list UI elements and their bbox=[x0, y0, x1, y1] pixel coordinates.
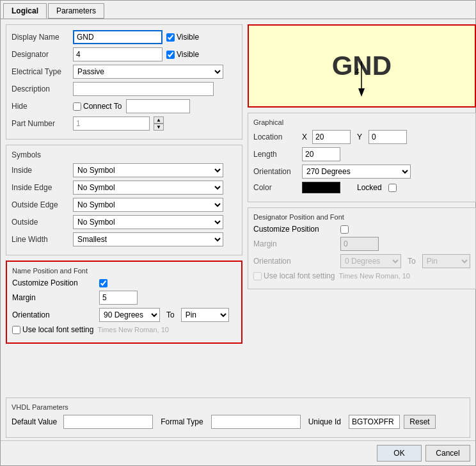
name-margin-row: Margin bbox=[12, 291, 236, 305]
des-to-select[interactable]: PinComponent bbox=[422, 254, 470, 268]
color-row: Color Locked bbox=[253, 182, 470, 193]
inside-select[interactable]: No SymbolDotClock bbox=[73, 163, 223, 177]
name-customize-checkbox[interactable] bbox=[99, 279, 107, 287]
tab-logical[interactable]: Logical bbox=[3, 3, 47, 19]
name-customize-label: Customize Position bbox=[12, 278, 95, 287]
outside-edge-select[interactable]: No SymbolDotClock bbox=[73, 198, 223, 212]
color-box[interactable] bbox=[302, 182, 340, 193]
line-width-select[interactable]: SmallestSmallMediumLarge bbox=[73, 232, 223, 246]
vhdl-container: VHDL Parameters Default Value Formal Typ… bbox=[1, 398, 475, 440]
des-customize-checkbox[interactable] bbox=[340, 225, 349, 234]
orientation-select[interactable]: 0 Degrees90 Degrees180 Degrees270 Degree… bbox=[302, 165, 411, 179]
color-label: Color bbox=[253, 183, 298, 192]
name-margin-input[interactable] bbox=[99, 291, 138, 305]
location-label: Location bbox=[253, 133, 298, 141]
symbols-title: Symbols bbox=[12, 150, 237, 159]
formal-type-input[interactable] bbox=[211, 415, 301, 429]
x-label: X bbox=[302, 133, 307, 141]
formal-type-label: Formal Type bbox=[161, 417, 203, 426]
tab-parameters[interactable]: Parameters bbox=[48, 3, 104, 19]
length-label: Length bbox=[253, 150, 298, 159]
preview-area: GND 4 bbox=[248, 24, 476, 108]
des-orientation-select[interactable]: 0 Degrees90 Degrees180 Degrees270 Degree… bbox=[340, 254, 401, 268]
ok-button[interactable]: OK bbox=[377, 445, 422, 462]
line-width-row: Line Width SmallestSmallMediumLarge bbox=[12, 232, 237, 246]
display-name-row: Display Name Visible bbox=[12, 30, 237, 44]
orientation-label: Orientation bbox=[253, 167, 298, 176]
outside-label: Outside bbox=[12, 218, 69, 227]
unique-id-input[interactable] bbox=[349, 415, 400, 429]
designator-row: Designator Visible bbox=[12, 47, 237, 61]
connect-to-checkbox[interactable] bbox=[73, 102, 81, 111]
vhdl-title: VHDL Parameters bbox=[12, 403, 464, 411]
inside-edge-select[interactable]: No SymbolDotClock bbox=[73, 181, 223, 195]
des-margin-input[interactable] bbox=[340, 237, 379, 251]
des-orientation-row: Orientation 0 Degrees90 Degrees180 Degre… bbox=[253, 254, 470, 268]
outside-edge-label: Outside Edge bbox=[12, 200, 69, 209]
display-name-label: Display Name bbox=[12, 33, 69, 42]
electrical-type-label: Electrical Type bbox=[12, 67, 69, 76]
svg-text:4: 4 bbox=[355, 67, 360, 76]
part-number-label: Part Number bbox=[12, 119, 69, 128]
inside-row: Inside No SymbolDotClock bbox=[12, 163, 237, 177]
display-visible-checkbox[interactable] bbox=[166, 33, 175, 42]
des-to-label: To bbox=[408, 257, 416, 266]
name-to-select[interactable]: PinComponent bbox=[181, 308, 229, 322]
name-font-value: Times New Roman, 10 bbox=[97, 326, 168, 333]
description-input[interactable] bbox=[73, 82, 214, 96]
outside-edge-row: Outside Edge No SymbolDotClock bbox=[12, 198, 237, 212]
des-margin-row: Margin bbox=[253, 237, 470, 251]
location-row: Location X Y bbox=[253, 130, 470, 144]
electrical-type-select[interactable]: Passive Input Output bbox=[73, 65, 223, 79]
default-value-input[interactable] bbox=[63, 415, 153, 429]
inside-label: Inside bbox=[12, 166, 69, 175]
tab-bar: Logical Parameters bbox=[1, 1, 475, 19]
graphical-title: Graphical bbox=[253, 118, 470, 126]
bottom-buttons: OK Cancel bbox=[1, 440, 475, 465]
part-number-input[interactable] bbox=[73, 116, 150, 131]
name-font-checkbox[interactable] bbox=[12, 326, 20, 334]
display-name-input[interactable] bbox=[73, 30, 163, 44]
location-x-input[interactable] bbox=[312, 130, 351, 144]
locked-checkbox[interactable] bbox=[388, 184, 397, 192]
name-font-row: Use local font setting Times New Roman, … bbox=[12, 325, 236, 334]
locked-label: Locked bbox=[357, 183, 382, 192]
logical-section: Display Name Visible Designator Visible bbox=[6, 24, 242, 140]
des-font-row: Use local font setting Times New Roman, … bbox=[253, 271, 470, 280]
y-label: Y bbox=[357, 133, 362, 141]
length-row: Length bbox=[253, 147, 470, 161]
right-panel: GND 4 Graphical Location X Y bbox=[248, 24, 476, 392]
name-position-section: Name Position and Font Customize Positio… bbox=[6, 261, 242, 344]
des-margin-label: Margin bbox=[253, 239, 337, 248]
length-input[interactable] bbox=[302, 147, 340, 161]
cancel-button[interactable]: Cancel bbox=[425, 445, 470, 462]
graphical-section: Graphical Location X Y Length Orientatio… bbox=[248, 113, 476, 202]
des-customize-row: Customize Position bbox=[253, 225, 470, 234]
designator-position-section: Designator Position and Font Customize P… bbox=[248, 207, 476, 289]
connect-to-checkbox-label: Connect To bbox=[73, 102, 122, 111]
designator-position-title: Designator Position and Font bbox=[253, 213, 470, 221]
name-margin-label: Margin bbox=[12, 293, 95, 302]
des-orientation-label: Orientation bbox=[253, 257, 337, 266]
line-width-label: Line Width bbox=[12, 235, 69, 244]
des-font-checkbox[interactable] bbox=[253, 272, 262, 280]
part-number-down[interactable]: ▼ bbox=[154, 124, 164, 131]
part-number-up[interactable]: ▲ bbox=[154, 116, 164, 124]
des-font-label: Use local font setting bbox=[253, 271, 335, 280]
name-orientation-select[interactable]: 0 Degrees90 Degrees180 Degrees270 Degree… bbox=[99, 308, 160, 322]
name-to-label: To bbox=[166, 310, 175, 319]
reset-button[interactable]: Reset bbox=[404, 415, 436, 429]
inside-edge-label: Inside Edge bbox=[12, 183, 69, 192]
orientation-row: Orientation 0 Degrees90 Degrees180 Degre… bbox=[253, 165, 470, 179]
name-font-label: Use local font setting bbox=[12, 325, 93, 334]
electrical-type-row: Electrical Type Passive Input Output bbox=[12, 65, 237, 79]
connect-to-input[interactable] bbox=[126, 99, 190, 113]
designator-visible-checkbox[interactable] bbox=[166, 51, 175, 59]
location-y-input[interactable] bbox=[369, 130, 407, 144]
vhdl-section: VHDL Parameters Default Value Formal Typ… bbox=[6, 398, 470, 438]
description-label: Description bbox=[12, 84, 69, 93]
outside-select[interactable]: No SymbolDotClock bbox=[73, 215, 223, 229]
part-number-row: Part Number ▲ ▼ bbox=[12, 116, 237, 131]
designator-input[interactable] bbox=[73, 47, 163, 61]
designator-label: Designator bbox=[12, 50, 69, 59]
